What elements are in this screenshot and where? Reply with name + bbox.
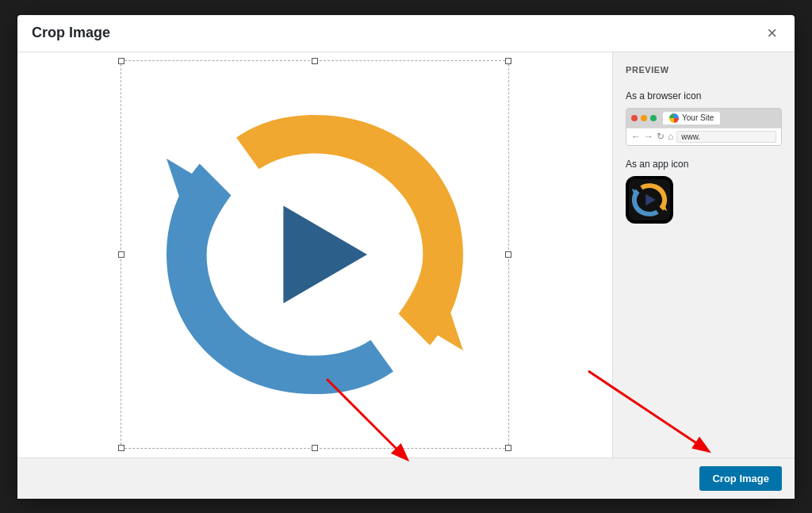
modal-overlay: Crop Image × — [0, 0, 812, 513]
browser-dot-yellow — [641, 115, 647, 121]
browser-icon-section: As a browser icon Your Site — [626, 90, 782, 146]
browser-forward-icon: → — [644, 131, 653, 142]
app-icon-section: As an app icon — [626, 159, 782, 224]
modal-title: Crop Image — [32, 25, 110, 41]
svg-marker-2 — [283, 205, 367, 303]
app-icon-svg — [629, 179, 670, 220]
crop-image-content — [121, 61, 508, 448]
browser-preview: Your Site ← → ↻ ⌂ www. — [626, 108, 782, 146]
preview-label: PREVIEW — [626, 65, 782, 75]
browser-nav: ← → ↻ ⌂ www. — [626, 128, 781, 145]
browser-favicon — [669, 113, 679, 123]
browser-home-icon: ⌂ — [668, 131, 673, 142]
crop-frame[interactable] — [121, 60, 509, 449]
browser-address-text: www. — [681, 132, 700, 141]
app-icon-label: As an app icon — [626, 159, 782, 170]
crop-image-button[interactable]: Crop Image — [699, 466, 782, 491]
modal-header: Crop Image × — [17, 15, 795, 52]
handle-bottom-middle[interactable] — [312, 445, 318, 451]
crop-area[interactable] — [17, 52, 612, 457]
preview-section: PREVIEW — [626, 65, 782, 78]
modal-close-button[interactable]: × — [764, 25, 780, 42]
handle-bottom-left[interactable] — [118, 445, 124, 451]
browser-tab-text: Your Site — [682, 113, 714, 122]
modal-footer: Crop Image — [17, 457, 795, 499]
handle-top-left[interactable] — [118, 58, 124, 64]
handle-bottom-right[interactable] — [505, 445, 511, 451]
browser-dot-green — [650, 115, 657, 121]
browser-icon-label: As a browser icon — [626, 90, 782, 101]
preview-panel: PREVIEW As a browser icon Your Site — [612, 52, 795, 457]
browser-address-bar: www. — [676, 131, 776, 143]
modal-body: PREVIEW As a browser icon Your Site — [17, 52, 795, 457]
crop-image-modal: Crop Image × — [17, 15, 795, 499]
app-icon-preview — [626, 176, 673, 224]
handle-middle-right[interactable] — [505, 251, 511, 258]
handle-top-right[interactable] — [505, 58, 511, 64]
browser-dot-red — [631, 115, 638, 121]
browser-back-icon: ← — [631, 131, 641, 142]
browser-refresh-icon: ↻ — [657, 131, 665, 142]
handle-middle-left[interactable] — [118, 251, 124, 258]
handle-top-middle[interactable] — [312, 58, 318, 64]
browser-tab: Your Site — [663, 112, 720, 124]
browser-bar: Your Site — [626, 109, 781, 128]
logo-svg — [140, 80, 489, 429]
